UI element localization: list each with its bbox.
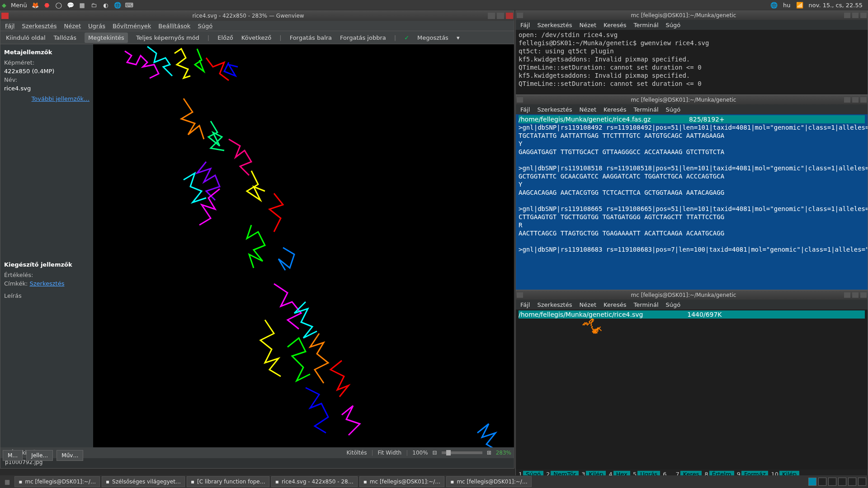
show-desktop-icon[interactable]: ▦ — [2, 479, 13, 485]
maximize-button[interactable] — [852, 97, 859, 103]
pager-1[interactable] — [808, 478, 816, 486]
menu-search[interactable]: Keresés — [604, 106, 626, 113]
zoom-out-icon[interactable]: ⊟ — [433, 450, 437, 456]
taskbar-item[interactable]: ▪mc [fellegis@DSK01]:~/… — [446, 476, 532, 487]
zoom-in-icon[interactable]: ⊞ — [487, 450, 491, 456]
app-icon-file[interactable]: ▦ — [79, 1, 86, 9]
menu-terminal[interactable]: Terminál — [634, 301, 659, 308]
menu-view[interactable]: Nézet — [579, 301, 596, 308]
menu-settings[interactable]: Beállítások — [158, 23, 190, 29]
term2-output[interactable]: /home/fellegis/Munka/genetic/rice4.fas.g… — [516, 114, 868, 290]
maximize-button[interactable] — [852, 292, 859, 298]
menu-edit[interactable]: Szerkesztés — [537, 301, 572, 308]
tags-edit-link[interactable]: Szerkesztés — [29, 280, 64, 287]
menu-view[interactable]: Nézet — [64, 23, 81, 29]
tb-view[interactable]: Megtekintés — [85, 33, 128, 43]
menu-go[interactable]: Ugrás — [88, 23, 105, 29]
tb-fullscreen[interactable]: Teljes képernyős mód — [136, 34, 199, 41]
tb-next[interactable]: Következő — [241, 34, 271, 41]
maximize-button[interactable] — [497, 13, 504, 19]
app-icon-circle[interactable]: ◯ — [55, 1, 62, 9]
menu-view[interactable]: Nézet — [579, 106, 596, 113]
menu-edit[interactable]: Szerkesztés — [22, 23, 57, 29]
gwenview-window: rice4.svg - 422x850 - 283% — Gwenview Fá… — [0, 10, 514, 469]
terminal-3: mc [fellegis@DSK01]:~/Munka/genetic Fájl… — [515, 290, 868, 479]
pager-5[interactable] — [848, 478, 856, 486]
tb-prev[interactable]: Előző — [217, 34, 233, 41]
side-tab-jelle[interactable]: Jelle… — [26, 450, 53, 461]
menu-search[interactable]: Keresés — [604, 301, 626, 308]
app-menu-icon[interactable]: ◆ — [2, 2, 6, 9]
menu-plugins[interactable]: Bővítmények — [113, 23, 151, 29]
firefox-icon[interactable]: 🦊 — [32, 1, 39, 9]
app-icon-globe[interactable]: 🌐 — [114, 1, 121, 9]
app-icon-red[interactable]: ⬣ — [43, 1, 51, 9]
term3-menubar: Fájl Szerkesztés Nézet Keresés Terminál … — [516, 300, 868, 310]
tb-rotate-right[interactable]: Forgatás jobbra — [340, 34, 386, 41]
pager-4[interactable] — [838, 478, 846, 486]
pager-3[interactable] — [828, 478, 836, 486]
menu-edit[interactable]: Szerkesztés — [537, 22, 572, 28]
zoom-slider[interactable] — [442, 451, 482, 454]
menu-view[interactable]: Nézet — [579, 22, 596, 28]
term1-titlebar[interactable]: mc [fellegis@DSK01]:~/Munka/genetic — [516, 11, 868, 20]
tb-browse[interactable]: Tallózás — [54, 34, 77, 41]
app-icon-chat[interactable]: 💬 — [67, 1, 74, 9]
term3-output[interactable]: /home/fellegis/Munka/genetic/rice4.svg 1… — [516, 310, 868, 469]
term2-titlebar[interactable]: mc [fellegis@DSK01]:~/Munka/genetic — [516, 95, 868, 104]
tray-globe-icon[interactable]: 🌐 — [770, 2, 778, 9]
menu-terminal[interactable]: Terminál — [634, 106, 659, 113]
maximize-button[interactable] — [852, 13, 859, 18]
term-icon — [517, 292, 523, 298]
menu-help[interactable]: Súgó — [666, 301, 681, 308]
taskbar-item[interactable]: ▪mc [fellegis@DSK01]:~/… — [359, 476, 445, 487]
app-icon: ▪ — [191, 479, 194, 485]
menu-help[interactable]: Súgó — [666, 106, 681, 113]
taskbar-item[interactable]: ▪Szélsőséges világegyet… — [102, 476, 185, 487]
tb-share[interactable]: Megosztás — [417, 34, 448, 41]
tb-start[interactable]: Kiinduló oldal — [6, 34, 46, 41]
menu-terminal[interactable]: Terminál — [634, 22, 659, 28]
tb-rotate-left[interactable]: Forgatás balra — [290, 34, 332, 41]
taskbar-item[interactable]: ▪rice4.svg - 422x850 - 28… — [271, 476, 358, 487]
app-menu-label[interactable]: Menü — [11, 2, 27, 9]
minimize-button[interactable] — [844, 97, 850, 103]
term-icon — [517, 13, 523, 18]
app-icon-moon[interactable]: ◐ — [102, 1, 109, 9]
menu-help[interactable]: Súgó — [198, 23, 212, 29]
close-button[interactable] — [860, 97, 867, 103]
side-tab-m[interactable]: M… — [3, 450, 23, 461]
chevron-down-icon[interactable]: ▾ — [457, 34, 460, 41]
pager-6[interactable] — [858, 478, 866, 486]
term3-titlebar[interactable]: mc [fellegis@DSK01]:~/Munka/genetic — [516, 291, 868, 300]
menu-search[interactable]: Keresés — [604, 22, 626, 28]
minimize-button[interactable] — [488, 13, 495, 19]
zoom-fill[interactable]: Kitöltés — [346, 450, 367, 456]
menu-file[interactable]: Fájl — [520, 22, 530, 28]
zoom-100[interactable]: 100% — [412, 450, 428, 456]
menu-file[interactable]: Fájl — [520, 301, 530, 308]
close-button[interactable] — [506, 13, 513, 19]
tray-network-icon[interactable]: 📶 — [796, 2, 803, 9]
taskbar-item[interactable]: ▪mc [fellegis@DSK01]:~/… — [14, 476, 100, 487]
tray-lang[interactable]: hu — [783, 2, 790, 9]
side-tab-muv[interactable]: Műv… — [57, 450, 83, 461]
close-button[interactable] — [860, 292, 867, 298]
menu-edit[interactable]: Szerkesztés — [537, 106, 572, 113]
more-props-link[interactable]: További jellemzők… — [32, 95, 90, 102]
close-button[interactable] — [860, 13, 867, 18]
desc-label: Leírás — [4, 292, 90, 299]
term1-output[interactable]: open: /dev/stdin rice4.svg fellegis@DSK0… — [516, 30, 868, 94]
minimize-button[interactable] — [844, 292, 850, 298]
menu-help[interactable]: Súgó — [666, 22, 681, 28]
app-icon-term[interactable]: ⌨ — [126, 1, 133, 9]
taskbar-item[interactable]: ▪[C library function fope… — [187, 476, 269, 487]
gwenview-titlebar[interactable]: rice4.svg - 422x850 - 283% — Gwenview — [0, 11, 514, 21]
menu-file[interactable]: Fájl — [5, 23, 14, 29]
zoom-fitw[interactable]: Fit Width — [377, 450, 401, 456]
app-icon-folder[interactable]: 🗀 — [90, 1, 98, 9]
minimize-button[interactable] — [844, 13, 850, 18]
pager-2[interactable] — [818, 478, 826, 486]
image-viewport[interactable] — [93, 44, 514, 447]
menu-file[interactable]: Fájl — [520, 106, 530, 113]
